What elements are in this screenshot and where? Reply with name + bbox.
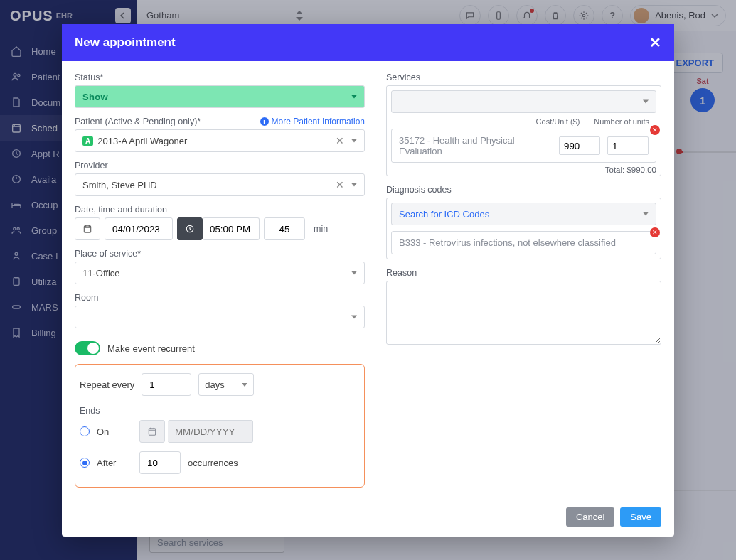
- diagnosis-name: B333 - Retrovirus infections, not elsewh…: [399, 237, 616, 248]
- pos-select[interactable]: 11-Office: [75, 262, 365, 284]
- clear-patient-button[interactable]: ✕: [336, 135, 344, 146]
- service-line-item: 35172 - Health and Physical Evaluation ✕: [391, 129, 656, 163]
- modal-body: Status* Show Patient (Active & Pending o…: [62, 61, 674, 500]
- ends-on-date-input: [168, 420, 253, 443]
- modal-close-button[interactable]: ✕: [649, 34, 661, 51]
- diagnosis-line-item: B333 - Retrovirus infections, not elsewh…: [391, 231, 656, 254]
- recurrent-toggle-row: Make event recurrent: [75, 341, 365, 355]
- services-col-labels: Cost/Unit ($) Number of units: [391, 117, 649, 126]
- date-picker-button[interactable]: [75, 217, 100, 240]
- recurrence-panel: Repeat every days Ends On After occurren…: [75, 364, 365, 488]
- duration-input[interactable]: [264, 217, 305, 240]
- units-label: Number of units: [594, 117, 649, 126]
- status-group: Status* Show: [75, 72, 365, 108]
- more-patient-link[interactable]: i More Patient Information: [260, 117, 365, 126]
- cancel-button[interactable]: Cancel: [566, 507, 614, 527]
- datetime-group: Date, time and duration min: [75, 205, 365, 240]
- diagnosis-search-combo[interactable]: Search for ICD Codes: [391, 203, 656, 225]
- modal-footer: Cancel Save: [62, 500, 674, 537]
- services-total: Total: $990.00: [391, 166, 656, 174]
- reason-group: Reason: [386, 268, 661, 347]
- time-input[interactable]: [203, 217, 260, 240]
- patient-combo[interactable]: A 2013-A April Wagoner ✕: [75, 129, 365, 152]
- ends-after-label: After: [97, 458, 132, 468]
- svg-rect-14: [149, 429, 155, 435]
- recurrent-toggle[interactable]: [75, 341, 100, 355]
- patient-badge: A: [82, 136, 93, 146]
- provider-label: Provider: [75, 161, 365, 171]
- ends-on-date-btn[interactable]: [139, 420, 165, 443]
- modal-title: New appointment: [75, 36, 176, 50]
- patient-value: 2013-A April Wagoner: [97, 136, 187, 146]
- service-name: 35172 - Health and Physical Evaluation: [399, 135, 552, 156]
- services-group: Services Cost/Unit ($) Number of units 3…: [386, 72, 661, 176]
- status-value: Show: [82, 92, 108, 102]
- service-cost-input[interactable]: [559, 136, 600, 155]
- ends-on-label: On: [97, 426, 132, 437]
- repeat-unit-select[interactable]: days: [198, 373, 254, 396]
- clock-icon: [185, 224, 195, 234]
- clear-provider-button[interactable]: ✕: [336, 179, 344, 190]
- cost-label: Cost/Unit ($): [536, 117, 580, 126]
- room-group: Room: [75, 293, 365, 328]
- more-patient-label: More Patient Information: [272, 117, 365, 126]
- pos-label: Place of service*: [75, 249, 365, 259]
- modal-header: New appointment ✕: [62, 24, 674, 61]
- time-picker-button[interactable]: [177, 217, 203, 240]
- date-input[interactable]: [105, 217, 173, 240]
- provider-combo[interactable]: Smith, Steve PHD ✕: [75, 173, 365, 196]
- calendar-icon: [147, 426, 157, 436]
- recurrent-label: Make event recurrent: [107, 343, 195, 354]
- reason-label: Reason: [386, 268, 661, 278]
- provider-group: Provider Smith, Steve PHD ✕: [75, 161, 365, 196]
- diagnosis-label: Diagnosis codes: [386, 185, 661, 195]
- repeat-label: Repeat every: [80, 379, 134, 390]
- repeat-unit-value: days: [205, 379, 224, 390]
- modal-left-column: Status* Show Patient (Active & Pending o…: [75, 72, 365, 489]
- ends-on-radio[interactable]: [80, 426, 90, 436]
- status-select[interactable]: Show: [75, 85, 365, 108]
- status-label: Status*: [75, 72, 365, 82]
- datetime-label: Date, time and duration: [75, 205, 365, 215]
- new-appointment-modal: New appointment ✕ Status* Show Patient (…: [62, 24, 674, 537]
- ends-after-unit: occurrences: [188, 458, 238, 468]
- pos-value: 11-Office: [82, 268, 120, 279]
- remove-service-button[interactable]: ✕: [650, 125, 660, 135]
- duration-unit: min: [314, 224, 328, 234]
- ends-after-n-input[interactable]: [139, 451, 181, 474]
- patient-group: Patient (Active & Pending only)* i More …: [75, 117, 365, 152]
- repeat-n-input[interactable]: [142, 373, 191, 396]
- svg-rect-12: [84, 226, 90, 232]
- room-label: Room: [75, 293, 365, 303]
- diagnosis-search-placeholder: Search for ICD Codes: [399, 209, 489, 220]
- diagnosis-group: Diagnosis codes Search for ICD Codes B33…: [386, 185, 661, 259]
- services-label: Services: [386, 72, 661, 82]
- provider-value: Smith, Steve PHD: [82, 180, 157, 190]
- services-combo[interactable]: [391, 90, 656, 113]
- room-select[interactable]: [75, 306, 365, 328]
- modal-right-column: Services Cost/Unit ($) Number of units 3…: [386, 72, 661, 489]
- remove-diagnosis-button[interactable]: ✕: [650, 227, 660, 237]
- ends-label: Ends: [80, 406, 357, 416]
- patient-label: Patient (Active & Pending only)*: [75, 117, 201, 126]
- ends-after-radio[interactable]: [80, 458, 90, 468]
- reason-textarea[interactable]: [386, 281, 661, 345]
- info-icon: i: [260, 117, 269, 126]
- service-units-input[interactable]: [607, 136, 649, 155]
- calendar-icon: [82, 224, 92, 234]
- save-button[interactable]: Save: [620, 507, 661, 527]
- pos-group: Place of service* 11-Office: [75, 249, 365, 284]
